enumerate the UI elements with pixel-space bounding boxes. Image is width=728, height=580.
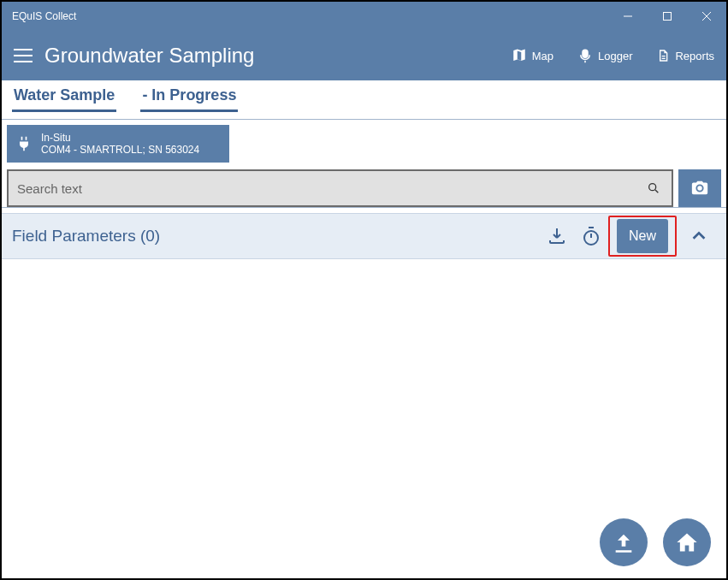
device-detail: COM4 - SMARTROLL; SN 563024 (41, 144, 199, 156)
map-button[interactable]: Map (500, 31, 565, 80)
chevron-up-icon (690, 227, 708, 246)
titlebar: EQuIS Collect (2, 2, 726, 31)
device-chip[interactable]: In-Situ COM4 - SMARTROLL; SN 563024 (7, 125, 229, 163)
logger-label: Logger (598, 50, 632, 62)
device-name: In-Situ (41, 132, 199, 144)
map-label: Map (532, 50, 553, 62)
collapse-button[interactable] (682, 219, 716, 253)
stopwatch-icon (581, 226, 601, 246)
window-title: EQuIS Collect (12, 10, 76, 22)
tabs: Water Sample - In Progress (2, 80, 726, 120)
download-icon (547, 226, 567, 246)
page-title: Groundwater Sampling (44, 44, 254, 68)
content-area (2, 259, 726, 578)
menu-button[interactable] (2, 31, 44, 80)
search-box[interactable] (7, 169, 673, 207)
new-button-label: New (629, 228, 656, 244)
plug-icon (15, 133, 33, 154)
logger-button[interactable]: Logger (565, 31, 644, 80)
window-maximize[interactable] (648, 2, 687, 31)
window-minimize[interactable] (608, 2, 648, 31)
app-header: Groundwater Sampling Map Logger Reports (2, 31, 726, 80)
svg-line-8 (655, 190, 658, 192)
tab-water-sample[interactable]: Water Sample (12, 86, 116, 112)
svg-rect-1 (664, 13, 672, 21)
svg-point-7 (649, 184, 656, 191)
camera-button[interactable] (678, 169, 721, 207)
upload-fab[interactable] (600, 518, 648, 566)
reports-button[interactable]: Reports (644, 31, 726, 80)
home-icon (675, 530, 699, 554)
timer-button[interactable] (574, 219, 608, 253)
logger-icon (577, 47, 593, 64)
download-button[interactable] (540, 219, 574, 253)
section-title: Field Parameters (0) (12, 227, 160, 246)
map-icon (512, 48, 527, 63)
window-close[interactable] (687, 2, 726, 31)
reports-label: Reports (675, 50, 714, 62)
section-field-parameters: Field Parameters (0) New (2, 213, 726, 259)
search-input[interactable] (17, 181, 644, 196)
new-button-highlight: New (608, 216, 677, 257)
reports-icon (656, 47, 670, 64)
upload-icon (612, 530, 636, 554)
camera-icon (689, 179, 711, 198)
search-icon[interactable] (644, 179, 663, 198)
tab-in-progress[interactable]: - In Progress (140, 86, 238, 112)
new-button[interactable]: New (617, 219, 668, 253)
home-fab[interactable] (663, 518, 711, 566)
